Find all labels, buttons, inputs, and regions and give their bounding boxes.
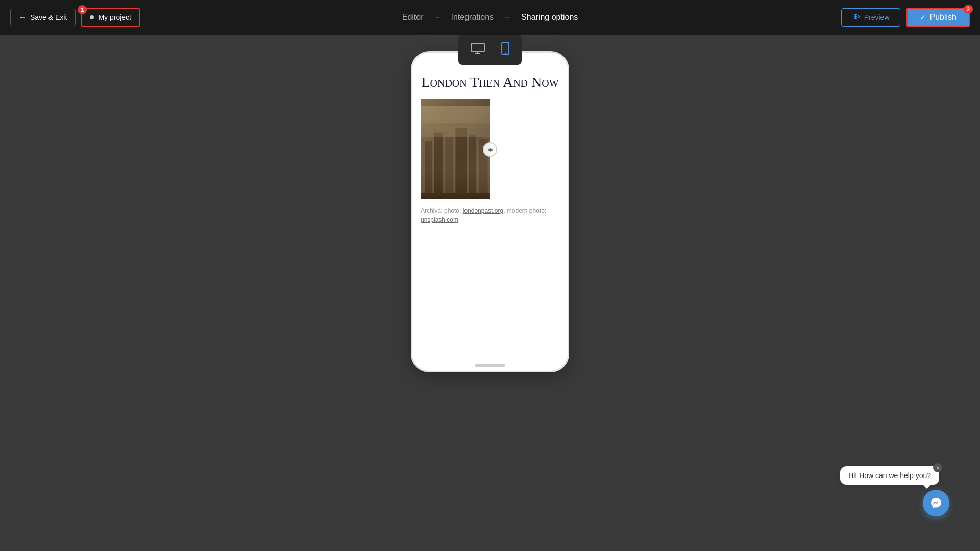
preview-label: Preview	[864, 13, 890, 21]
project-name-label: My project	[98, 13, 131, 21]
project-button[interactable]: 1 My project	[81, 8, 140, 27]
phone-outer: London Then And Now	[411, 51, 569, 372]
view-toggle	[458, 35, 522, 65]
top-navigation: ← Save & Exit 1 My project Editor → Inte…	[0, 0, 980, 35]
arrow-2-icon: →	[504, 13, 511, 21]
caption-prefix: Archival photo:	[421, 207, 463, 214]
chat-close-button[interactable]: ×	[933, 463, 942, 472]
save-exit-label: Save & Exit	[30, 13, 67, 21]
messenger-icon	[930, 497, 942, 509]
nav-steps: Editor → Integrations → Sharing options	[402, 13, 578, 22]
archival-link[interactable]: londonpast.org	[463, 207, 503, 214]
eye-icon: 👁	[852, 13, 860, 22]
save-exit-button[interactable]: ← Save & Exit	[10, 9, 76, 26]
svg-rect-13	[421, 106, 490, 123]
svg-rect-6	[425, 142, 432, 193]
desktop-icon	[471, 43, 485, 57]
svg-rect-7	[434, 133, 443, 193]
slider-handle[interactable]: ◂▸	[483, 142, 497, 157]
phone-screen: London Then And Now	[412, 65, 568, 360]
modern-link[interactable]: unsplash.com	[421, 216, 458, 223]
desktop-view-button[interactable]	[464, 39, 491, 61]
svg-rect-0	[471, 43, 484, 52]
slider-arrows-icon: ◂▸	[488, 146, 492, 153]
phone-mockup: London Then And Now	[411, 51, 569, 372]
nav-right: 👁 Preview 2 ✓ Publish	[841, 8, 970, 27]
publish-label: Publish	[930, 13, 957, 22]
mobile-view-button[interactable]	[495, 39, 516, 61]
phone-content: London Then And Now	[412, 65, 568, 360]
messenger-button[interactable]	[923, 490, 949, 516]
caption-separator: , modern photo:	[503, 207, 546, 214]
preview-button[interactable]: 👁 Preview	[841, 8, 900, 27]
image-comparison-slider[interactable]: ◂▸	[421, 99, 559, 199]
svg-point-4	[505, 53, 506, 54]
svg-rect-9	[455, 128, 467, 193]
badge-1: 1	[78, 5, 87, 14]
image-caption: Archival photo: londonpast.org, modern p…	[421, 206, 559, 224]
archival-image	[421, 99, 490, 199]
step-sharing[interactable]: Sharing options	[521, 13, 578, 22]
chat-bubble: × Hi! How can we help you?	[840, 466, 939, 485]
nav-left: ← Save & Exit 1 My project	[10, 8, 140, 27]
phone-home-bar	[475, 364, 505, 367]
chat-message: Hi! How can we help you?	[848, 471, 931, 480]
project-dot-icon	[90, 15, 94, 19]
article-title: London Then And Now	[421, 73, 559, 91]
mobile-icon	[501, 42, 509, 58]
step-integrations[interactable]: Integrations	[451, 13, 494, 22]
svg-rect-10	[469, 135, 476, 193]
svg-rect-8	[445, 137, 453, 193]
badge-2: 2	[964, 5, 973, 14]
checkmark-icon: ✓	[920, 13, 926, 21]
arrow-left-icon: ←	[19, 13, 26, 21]
arrow-1-icon: →	[434, 13, 441, 21]
publish-button[interactable]: 2 ✓ Publish	[906, 8, 970, 27]
step-editor[interactable]: Editor	[402, 13, 424, 22]
